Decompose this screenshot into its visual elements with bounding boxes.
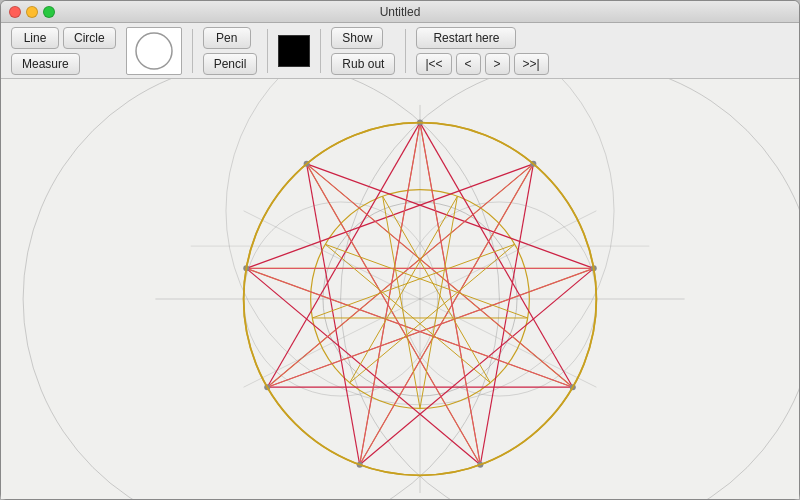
separator-2 bbox=[267, 29, 268, 73]
drawing-canvas[interactable] bbox=[1, 79, 799, 499]
title-bar: Untitled bbox=[1, 1, 799, 23]
view-tools-group: Show Rub out bbox=[331, 27, 395, 75]
separator-4 bbox=[405, 29, 406, 73]
canvas-element[interactable] bbox=[1, 79, 799, 499]
show-button[interactable]: Show bbox=[331, 27, 383, 49]
rub-out-button[interactable]: Rub out bbox=[331, 53, 395, 75]
close-button[interactable] bbox=[9, 6, 21, 18]
measure-button[interactable]: Measure bbox=[11, 53, 80, 75]
separator-1 bbox=[192, 29, 193, 73]
window-controls bbox=[9, 6, 55, 18]
nav-next-button[interactable]: > bbox=[485, 53, 510, 75]
nav-first-button[interactable]: |<< bbox=[416, 53, 451, 75]
window-title: Untitled bbox=[380, 5, 421, 19]
preview-circle-icon bbox=[132, 29, 176, 73]
circle-button[interactable]: Circle bbox=[63, 27, 116, 49]
color-swatch[interactable] bbox=[278, 35, 310, 67]
main-window: Untitled Line Circle Measure Pen bbox=[0, 0, 800, 500]
shape-preview bbox=[126, 27, 182, 75]
pen-button[interactable]: Pen bbox=[203, 27, 251, 49]
pencil-button[interactable]: Pencil bbox=[203, 53, 258, 75]
nav-group: Restart here |<< < > >>| bbox=[416, 27, 548, 75]
pen-tools-group: Pen Pencil bbox=[203, 27, 258, 75]
svg-point-0 bbox=[136, 33, 172, 69]
maximize-button[interactable] bbox=[43, 6, 55, 18]
line-button[interactable]: Line bbox=[11, 27, 59, 49]
draw-tools-group: Line Circle Measure bbox=[11, 27, 116, 75]
nav-last-button[interactable]: >>| bbox=[514, 53, 549, 75]
minimize-button[interactable] bbox=[26, 6, 38, 18]
restart-button[interactable]: Restart here bbox=[416, 27, 516, 49]
separator-3 bbox=[320, 29, 321, 73]
toolbar: Line Circle Measure Pen Pencil bbox=[1, 23, 799, 79]
nav-prev-button[interactable]: < bbox=[456, 53, 481, 75]
